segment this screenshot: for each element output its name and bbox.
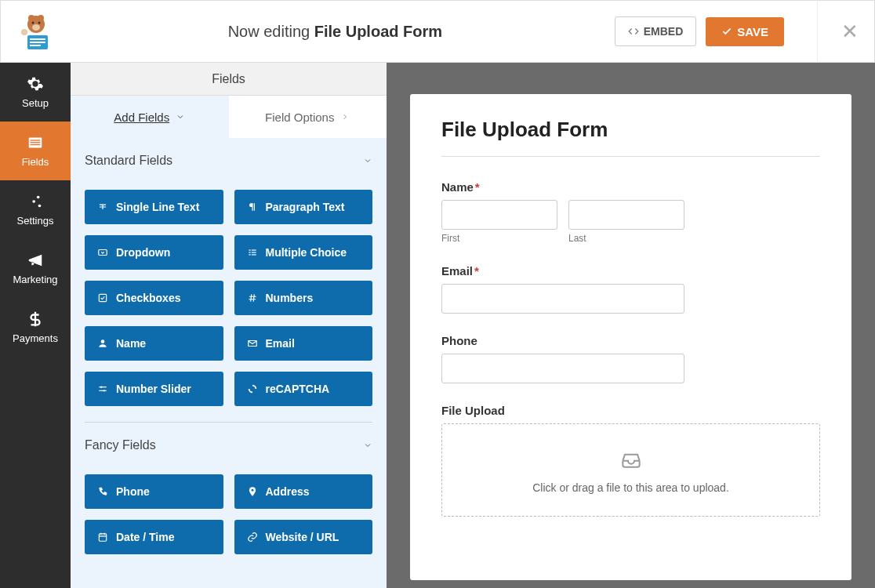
svg-point-26 [101, 339, 105, 343]
svg-point-4 [38, 22, 41, 24]
svg-rect-22 [251, 252, 256, 252]
field-numbers[interactable]: Numbers [234, 281, 373, 315]
email-input[interactable] [441, 284, 684, 314]
field-dropdown[interactable]: Dropdown [85, 235, 223, 270]
field-phone[interactable]: Phone [85, 474, 223, 509]
svg-point-10 [21, 29, 27, 35]
section-fancy-fields[interactable]: Fancy Fields [85, 423, 372, 463]
tab-add-fields[interactable]: Add Fields [71, 96, 229, 138]
nav-label: Marketing [13, 274, 57, 285]
svg-point-30 [251, 489, 253, 492]
svg-rect-20 [251, 250, 256, 251]
svg-rect-19 [249, 250, 250, 251]
upload-label: File Upload [441, 404, 820, 417]
chevron-down-icon [363, 441, 372, 450]
svg-point-16 [32, 200, 35, 203]
svg-rect-18 [99, 250, 107, 256]
svg-rect-8 [30, 42, 45, 43]
svg-point-29 [103, 390, 105, 391]
svg-rect-14 [31, 144, 41, 145]
first-name-input[interactable] [441, 200, 557, 230]
upload-icon [464, 446, 797, 474]
field-website-url[interactable]: Website / URL [234, 520, 373, 554]
name-label: Name* [441, 180, 820, 194]
svg-rect-12 [31, 140, 41, 140]
svg-rect-31 [99, 534, 106, 541]
svg-rect-23 [249, 254, 250, 255]
upload-hint: Click or drag a file to this area to upl… [464, 481, 797, 494]
svg-point-1 [28, 15, 34, 21]
nav-settings[interactable]: Settings [0, 180, 71, 239]
last-name-input[interactable] [568, 200, 684, 230]
section-standard-fields[interactable]: Standard Fields [85, 138, 372, 179]
nav-marketing[interactable]: Marketing [0, 239, 71, 298]
chevron-down-icon [363, 156, 372, 165]
last-sublabel: Last [568, 233, 684, 244]
chevron-right-icon [340, 112, 350, 122]
svg-point-28 [100, 387, 102, 388]
svg-rect-7 [30, 38, 45, 40]
phone-label: Phone [441, 334, 820, 347]
save-button[interactable]: SAVE [706, 17, 784, 46]
file-upload-dropzone[interactable]: Click or drag a file to this area to upl… [441, 423, 820, 517]
nav-payments[interactable]: Payments [0, 298, 71, 357]
nav-fields[interactable]: Fields [0, 122, 71, 180]
svg-point-15 [37, 196, 40, 199]
nav-setup[interactable]: Setup [0, 63, 71, 122]
svg-point-3 [32, 22, 34, 24]
panel-title: Fields [71, 63, 387, 96]
form-preview: File Upload Form Name* First Last Email* [410, 94, 851, 580]
phone-input[interactable] [441, 354, 684, 383]
field-recaptcha[interactable]: reCAPTCHA [234, 372, 373, 406]
field-single-line-text[interactable]: Single Line Text [85, 190, 223, 224]
chevron-down-icon [176, 112, 185, 122]
svg-rect-9 [30, 45, 41, 46]
svg-point-2 [38, 15, 44, 21]
close-button[interactable]: ✕ [817, 0, 859, 63]
svg-point-17 [38, 205, 42, 208]
svg-rect-13 [31, 142, 41, 143]
editing-title: Now editing File Upload Form [56, 23, 615, 41]
svg-rect-24 [251, 254, 256, 255]
embed-button[interactable]: EMBED [615, 16, 697, 46]
field-paragraph-text[interactable]: Paragraph Text [234, 190, 373, 224]
svg-point-5 [32, 24, 40, 31]
field-address[interactable]: Address [234, 474, 373, 509]
field-date-time[interactable]: Date / Time [85, 520, 223, 554]
form-title: File Upload Form [441, 118, 820, 142]
nav-label: Payments [13, 332, 58, 344]
nav-label: Fields [22, 156, 49, 168]
svg-rect-25 [99, 294, 106, 301]
field-number-slider[interactable]: Number Slider [85, 372, 223, 406]
nav-label: Setup [22, 97, 49, 109]
app-logo [16, 12, 56, 51]
field-name[interactable]: Name [85, 326, 223, 361]
field-multiple-choice[interactable]: Multiple Choice [234, 235, 373, 270]
email-label: Email* [441, 264, 820, 278]
tab-field-options[interactable]: Field Options [229, 96, 387, 138]
nav-label: Settings [17, 215, 54, 227]
field-checkboxes[interactable]: Checkboxes [85, 281, 223, 315]
svg-rect-21 [249, 252, 250, 252]
first-sublabel: First [441, 233, 557, 244]
field-email[interactable]: Email [234, 326, 373, 361]
